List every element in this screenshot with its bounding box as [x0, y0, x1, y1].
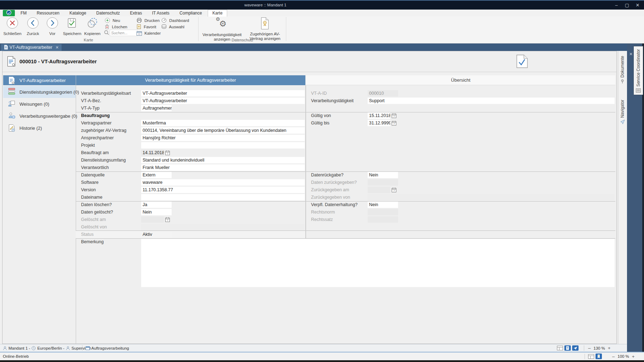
- tab-ressourcen[interactable]: Ressourcen: [33, 10, 64, 17]
- field-verantwortlich[interactable]: Frank Mueller: [141, 164, 305, 171]
- field-ansprechpartner[interactable]: Hansjörg Richter: [141, 135, 305, 141]
- gears-icon: ⚙ ⚙: [215, 17, 229, 30]
- navigator-view-button[interactable]: [572, 345, 579, 351]
- search-icon: [104, 30, 109, 35]
- zoom-out-button[interactable]: –: [587, 345, 592, 351]
- field-gelöscht-von[interactable]: [141, 224, 305, 230]
- navigator-tab[interactable]: Navigator: [618, 100, 627, 124]
- dashboard-button[interactable]: Dashboard: [161, 18, 189, 24]
- tab-compliance[interactable]: Compliance: [175, 10, 206, 17]
- outer-zoom-out-button[interactable]: –: [611, 354, 616, 359]
- form-row-vt-a-typ: VT-A-TypAuftragnehmer: [2, 105, 616, 112]
- field-rechtssatz[interactable]: [368, 216, 398, 223]
- field-label: zugehöriger AV-Vertrag: [81, 128, 126, 133]
- schliessen-button[interactable]: Schließen: [3, 17, 22, 42]
- document-view-button[interactable]: [564, 345, 571, 351]
- field-gültig-bis[interactable]: 31.12.9999: [368, 120, 390, 126]
- form-row-daten-zurückgegeben: Daten zurückgegeben?: [2, 179, 616, 186]
- inner-status-bar: Mandant 1 - Europe/Berlin - Supervisor A…: [0, 344, 627, 352]
- layout-view-button[interactable]: [557, 346, 563, 350]
- field-zurückgegeben-von[interactable]: [368, 194, 615, 200]
- dokumente-tab[interactable]: Dokumente: [618, 56, 627, 84]
- field-verarbeitungstätigkeit[interactable]: Support: [368, 98, 615, 104]
- field-label: Rechtsnorm: [311, 210, 335, 215]
- bemerkung-label: Bemerkung: [81, 239, 104, 244]
- back-circle-icon: [27, 17, 39, 29]
- field-vt-a-typ[interactable]: Auftragnehmer: [141, 105, 172, 111]
- zoom-in-button[interactable]: +: [606, 345, 612, 351]
- field-daten-zurückgegeben[interactable]: [368, 179, 398, 186]
- close-button[interactable]: ✕: [633, 1, 643, 9]
- field-verpfl-datenerhaltung[interactable]: Nein: [368, 202, 398, 208]
- calendar-icon[interactable]: 7: [392, 113, 396, 119]
- outer-layout-button[interactable]: [588, 354, 594, 359]
- field-rechtsnorm[interactable]: [368, 209, 398, 215]
- calendar-icon[interactable]: 7: [392, 121, 396, 127]
- svg-text:7: 7: [167, 152, 168, 155]
- field-projekt[interactable]: [141, 142, 305, 148]
- vor-button[interactable]: Vor: [44, 17, 61, 42]
- svg-text:7: 7: [393, 115, 395, 118]
- status-separator: [82, 345, 82, 351]
- neu-button[interactable]: Neu: [105, 18, 120, 24]
- tab-kataloge[interactable]: Kataloge: [65, 10, 90, 17]
- form-row-beauftragt-am: Beauftragt am14.11.20187: [2, 149, 616, 157]
- field-gültig-von[interactable]: 15.11.2018: [368, 112, 390, 119]
- favorit-button[interactable]: Favorit: [137, 24, 156, 30]
- tab-it-assets[interactable]: IT Assets: [148, 10, 174, 17]
- loeschen-button[interactable]: Löschen: [105, 24, 127, 30]
- group-label-karte: Karte: [67, 38, 110, 42]
- auswahl-button[interactable]: Auswahl: [161, 24, 184, 30]
- forward-circle-icon: [46, 17, 58, 29]
- tab-close-icon[interactable]: ✕: [56, 45, 59, 49]
- close-circle-icon: [6, 17, 18, 29]
- document-tab[interactable]: VT-Auftragsverarbeiter✕: [1, 44, 62, 51]
- svg-text:7: 7: [393, 123, 395, 125]
- calendar-icon[interactable]: 7: [392, 187, 396, 194]
- bemerkung-textarea[interactable]: [141, 239, 615, 287]
- field-label: Verarbeitungstätigkeit: [311, 98, 353, 103]
- field-label: Beauftragt am: [81, 150, 109, 155]
- tab-karte[interactable]: Karte: [208, 10, 227, 17]
- kalender-button[interactable]: Kalender: [137, 30, 161, 36]
- field-zurückgegeben-am[interactable]: [368, 187, 390, 193]
- service-coordinator-tab[interactable]: Service Coordinator: [633, 46, 643, 95]
- drucken-button[interactable]: Drucken: [137, 18, 160, 24]
- form-row-rechtsnorm: Rechtsnorm: [2, 209, 616, 216]
- form-row-dienstleistungsumfang: DienstleistungsumfangStandard und kunden…: [2, 157, 616, 164]
- field-label: VT-A-ID: [311, 91, 327, 96]
- field-status[interactable]: Aktiv: [141, 231, 172, 238]
- search-input[interactable]: [110, 30, 137, 36]
- view-toggles: [557, 344, 579, 352]
- user-icon: [66, 346, 70, 350]
- favorite-icon: [137, 24, 141, 29]
- new-icon: [105, 18, 110, 23]
- zurueck-button[interactable]: Zurück: [24, 17, 42, 42]
- module-indicator: Auftragsverarbeitung: [86, 344, 129, 352]
- app-logo-button[interactable]: [3, 10, 15, 16]
- form-row-verpfl-datenerhaltung: Verpfl. Datenerhaltung?Nein: [2, 201, 616, 209]
- field-zugehöriger-av-vertrag[interactable]: 000114, Vereinbarung über die temporäre …: [141, 127, 305, 134]
- minimize-button[interactable]: –: [611, 1, 621, 9]
- field-dienstleistungsumfang[interactable]: Standard und kundenindividuell: [141, 157, 305, 163]
- calendar-icon[interactable]: 7: [165, 150, 170, 157]
- outer-zoom-in-button[interactable]: +: [631, 354, 636, 359]
- bookmark-button[interactable]: [596, 354, 602, 359]
- side-tab-strip: [618, 51, 627, 344]
- dock-close-icon[interactable]: ✕: [628, 52, 633, 57]
- ribbon-separator: [286, 17, 286, 41]
- field-label: Daten zurückgegeben?: [311, 180, 357, 185]
- tab-fm[interactable]: FM: [16, 10, 31, 17]
- module-icon: [86, 346, 90, 350]
- user-icon: [3, 346, 7, 350]
- service-coordinator-icon: [636, 88, 641, 93]
- dashboard-icon: [161, 18, 167, 23]
- field-beauftragt-am[interactable]: 14.11.2018: [141, 150, 164, 156]
- field-vt-a-id[interactable]: 000010: [368, 90, 398, 97]
- field-datenrückgabe[interactable]: Nein: [368, 172, 398, 178]
- maximize-button[interactable]: ▢: [622, 1, 632, 9]
- save-icon: [66, 17, 78, 29]
- tab-datenschutz[interactable]: Datenschutz: [92, 10, 124, 17]
- inner-zoom-level: 130 %: [593, 346, 605, 350]
- tab-extras[interactable]: Extras: [126, 10, 146, 17]
